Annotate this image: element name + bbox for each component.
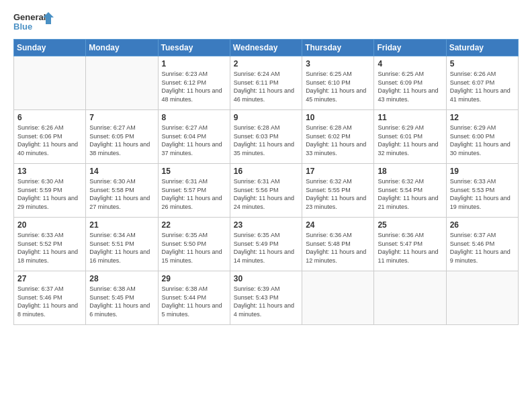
day-cell: 9Sunrise: 6:28 AMSunset: 6:03 PMDaylight… <box>230 110 302 164</box>
day-info: Sunrise: 6:27 AMSunset: 6:05 PMDaylight:… <box>89 124 154 157</box>
day-cell: 17Sunrise: 6:32 AMSunset: 5:55 PMDayligh… <box>302 164 374 218</box>
day-cell: 4Sunrise: 6:25 AMSunset: 6:09 PMDaylight… <box>374 56 446 110</box>
day-info: Sunrise: 6:23 AMSunset: 6:12 PMDaylight:… <box>162 70 226 103</box>
day-info: Sunrise: 6:35 AMSunset: 5:50 PMDaylight:… <box>162 231 226 265</box>
day-number: 17 <box>306 167 370 176</box>
day-cell: 30Sunrise: 6:39 AMSunset: 5:43 PMDayligh… <box>230 271 302 325</box>
day-info: Sunrise: 6:33 AMSunset: 5:52 PMDaylight:… <box>17 231 82 265</box>
day-number: 11 <box>378 113 442 122</box>
day-info: Sunrise: 6:36 AMSunset: 5:48 PMDaylight:… <box>306 231 370 265</box>
day-cell: 16Sunrise: 6:31 AMSunset: 5:56 PMDayligh… <box>230 164 302 218</box>
svg-text:General: General <box>13 12 46 22</box>
day-number: 15 <box>162 167 226 176</box>
day-info: Sunrise: 6:25 AMSunset: 6:10 PMDaylight:… <box>306 70 370 103</box>
day-cell: 8Sunrise: 6:27 AMSunset: 6:04 PMDaylight… <box>158 110 230 164</box>
day-cell: 5Sunrise: 6:26 AMSunset: 6:07 PMDaylight… <box>446 56 518 110</box>
day-number: 9 <box>234 113 298 122</box>
day-info: Sunrise: 6:28 AMSunset: 6:03 PMDaylight:… <box>234 124 298 157</box>
day-cell: 10Sunrise: 6:28 AMSunset: 6:02 PMDayligh… <box>302 110 374 164</box>
calendar-table: SundayMondayTuesdayWednesdayThursdayFrid… <box>13 39 519 325</box>
day-info: Sunrise: 6:35 AMSunset: 5:49 PMDaylight:… <box>234 231 298 265</box>
day-info: Sunrise: 6:29 AMSunset: 6:00 PMDaylight:… <box>450 124 515 157</box>
svg-text:Blue: Blue <box>13 21 32 32</box>
week-row-1: 1Sunrise: 6:23 AMSunset: 6:12 PMDaylight… <box>14 56 519 110</box>
week-row-2: 6Sunrise: 6:26 AMSunset: 6:06 PMDaylight… <box>14 110 519 164</box>
logo: General Blue <box>13 11 54 35</box>
day-cell: 23Sunrise: 6:35 AMSunset: 5:49 PMDayligh… <box>230 218 302 271</box>
day-info: Sunrise: 6:39 AMSunset: 5:43 PMDaylight:… <box>234 285 298 318</box>
day-cell: 14Sunrise: 6:30 AMSunset: 5:58 PMDayligh… <box>86 164 158 218</box>
day-info: Sunrise: 6:24 AMSunset: 6:11 PMDaylight:… <box>234 70 298 103</box>
day-number: 8 <box>162 113 226 122</box>
day-cell: 21Sunrise: 6:34 AMSunset: 5:51 PMDayligh… <box>86 218 158 271</box>
day-number: 29 <box>162 274 226 283</box>
weekday-header-tuesday: Tuesday <box>158 40 230 56</box>
day-info: Sunrise: 6:30 AMSunset: 5:59 PMDaylight:… <box>17 177 82 211</box>
day-number: 6 <box>17 113 82 122</box>
day-info: Sunrise: 6:34 AMSunset: 5:51 PMDaylight:… <box>89 231 154 265</box>
day-number: 1 <box>162 59 226 68</box>
day-number: 13 <box>17 167 82 176</box>
week-row-4: 20Sunrise: 6:33 AMSunset: 5:52 PMDayligh… <box>14 218 519 271</box>
day-info: Sunrise: 6:31 AMSunset: 5:56 PMDaylight:… <box>234 177 298 211</box>
day-cell: 22Sunrise: 6:35 AMSunset: 5:50 PMDayligh… <box>158 218 230 271</box>
day-info: Sunrise: 6:27 AMSunset: 6:04 PMDaylight:… <box>162 124 226 157</box>
day-number: 14 <box>89 167 154 176</box>
day-info: Sunrise: 6:26 AMSunset: 6:07 PMDaylight:… <box>450 70 515 103</box>
day-number: 16 <box>234 167 298 176</box>
page-header: General Blue <box>13 11 519 35</box>
day-info: Sunrise: 6:32 AMSunset: 5:54 PMDaylight:… <box>378 177 442 211</box>
day-number: 20 <box>17 220 82 230</box>
day-info: Sunrise: 6:37 AMSunset: 5:46 PMDaylight:… <box>450 231 515 265</box>
day-number: 7 <box>89 113 154 122</box>
day-number: 5 <box>450 59 515 68</box>
day-cell: 29Sunrise: 6:38 AMSunset: 5:44 PMDayligh… <box>158 271 230 325</box>
day-cell: 7Sunrise: 6:27 AMSunset: 6:05 PMDaylight… <box>86 110 158 164</box>
day-cell <box>302 271 374 325</box>
weekday-header-thursday: Thursday <box>302 40 374 56</box>
day-cell: 26Sunrise: 6:37 AMSunset: 5:46 PMDayligh… <box>446 218 518 271</box>
day-cell <box>86 56 158 110</box>
week-row-5: 27Sunrise: 6:37 AMSunset: 5:46 PMDayligh… <box>14 271 519 325</box>
weekday-header-row: SundayMondayTuesdayWednesdayThursdayFrid… <box>14 40 519 56</box>
day-cell: 13Sunrise: 6:30 AMSunset: 5:59 PMDayligh… <box>14 164 86 218</box>
day-number: 18 <box>378 167 442 176</box>
day-info: Sunrise: 6:33 AMSunset: 5:53 PMDaylight:… <box>450 177 515 211</box>
day-info: Sunrise: 6:38 AMSunset: 5:45 PMDaylight:… <box>89 285 154 318</box>
weekday-header-wednesday: Wednesday <box>230 40 302 56</box>
day-cell: 20Sunrise: 6:33 AMSunset: 5:52 PMDayligh… <box>14 218 86 271</box>
day-cell <box>374 271 446 325</box>
day-cell: 3Sunrise: 6:25 AMSunset: 6:10 PMDaylight… <box>302 56 374 110</box>
day-number: 21 <box>89 220 154 230</box>
day-number: 2 <box>234 59 298 68</box>
day-cell: 12Sunrise: 6:29 AMSunset: 6:00 PMDayligh… <box>446 110 518 164</box>
logo-svg: General Blue <box>13 11 54 35</box>
day-cell: 11Sunrise: 6:29 AMSunset: 6:01 PMDayligh… <box>374 110 446 164</box>
weekday-header-friday: Friday <box>374 40 446 56</box>
day-number: 19 <box>450 167 515 176</box>
day-info: Sunrise: 6:26 AMSunset: 6:06 PMDaylight:… <box>17 124 82 157</box>
day-number: 10 <box>306 113 370 122</box>
day-cell: 19Sunrise: 6:33 AMSunset: 5:53 PMDayligh… <box>446 164 518 218</box>
day-cell <box>14 56 86 110</box>
day-number: 12 <box>450 113 515 122</box>
weekday-header-sunday: Sunday <box>14 40 86 56</box>
day-cell: 28Sunrise: 6:38 AMSunset: 5:45 PMDayligh… <box>86 271 158 325</box>
day-cell: 1Sunrise: 6:23 AMSunset: 6:12 PMDaylight… <box>158 56 230 110</box>
day-cell: 24Sunrise: 6:36 AMSunset: 5:48 PMDayligh… <box>302 218 374 271</box>
weekday-header-monday: Monday <box>86 40 158 56</box>
day-number: 23 <box>234 220 298 230</box>
day-cell: 15Sunrise: 6:31 AMSunset: 5:57 PMDayligh… <box>158 164 230 218</box>
day-info: Sunrise: 6:32 AMSunset: 5:55 PMDaylight:… <box>306 177 370 211</box>
day-number: 3 <box>306 59 370 68</box>
day-number: 4 <box>378 59 442 68</box>
day-info: Sunrise: 6:28 AMSunset: 6:02 PMDaylight:… <box>306 124 370 157</box>
day-cell: 27Sunrise: 6:37 AMSunset: 5:46 PMDayligh… <box>14 271 86 325</box>
day-number: 24 <box>306 220 370 230</box>
week-row-3: 13Sunrise: 6:30 AMSunset: 5:59 PMDayligh… <box>14 164 519 218</box>
day-number: 27 <box>17 274 82 283</box>
day-number: 30 <box>234 274 298 283</box>
day-info: Sunrise: 6:31 AMSunset: 5:57 PMDaylight:… <box>162 177 226 211</box>
day-info: Sunrise: 6:37 AMSunset: 5:46 PMDaylight:… <box>17 285 82 318</box>
day-info: Sunrise: 6:29 AMSunset: 6:01 PMDaylight:… <box>378 124 442 157</box>
